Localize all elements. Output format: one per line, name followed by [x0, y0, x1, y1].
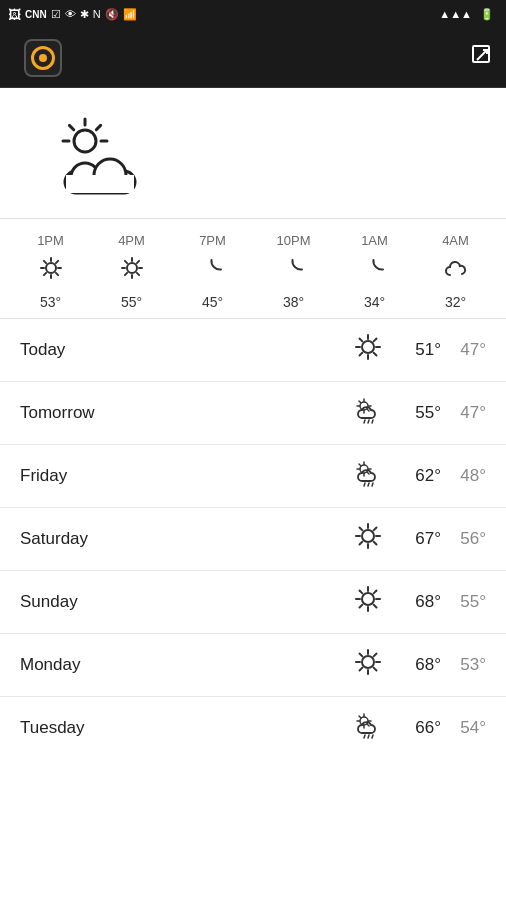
hourly-weather-icon	[201, 256, 225, 286]
svg-line-66	[360, 542, 363, 545]
svg-line-90	[359, 716, 361, 718]
svg-line-56	[368, 483, 369, 486]
svg-line-53	[359, 464, 361, 466]
svg-line-63	[360, 528, 363, 531]
svg-line-82	[374, 668, 377, 671]
daily-section: Today 51° 47° Tomorrow	[0, 319, 506, 759]
sun-icon	[354, 585, 382, 613]
hourly-section: 1PM4PM7PM10PM1AM4AM	[0, 219, 506, 319]
hourly-temp-item: 34°	[345, 294, 405, 310]
daily-high-temp: 51°	[396, 340, 441, 360]
daily-day-label: Friday	[20, 466, 354, 486]
hourly-time-item: 4PM	[102, 233, 162, 252]
svg-line-44	[367, 409, 369, 411]
hourly-weather-icon	[39, 256, 63, 286]
svg-line-57	[372, 483, 373, 486]
sun-icon	[39, 256, 63, 280]
hourly-temp-item: 53°	[21, 294, 81, 310]
svg-line-54	[367, 472, 369, 474]
moon-icon	[201, 256, 225, 280]
hourly-temp-value: 38°	[283, 294, 304, 310]
daily-day-label: Saturday	[20, 529, 354, 549]
svg-line-36	[374, 339, 377, 342]
status-bar: 🖼 CNN ☑ 👁 ✱ N 🔇 📶 ▲▲▲ 🔋	[0, 0, 506, 28]
hourly-temps-row: 53°55°45°38°34°32°	[0, 292, 506, 312]
svg-line-73	[374, 605, 377, 608]
header-left	[12, 39, 74, 77]
hourly-time-label: 10PM	[277, 233, 311, 248]
current-temp-block	[476, 155, 486, 161]
rainy-sun-icon	[354, 459, 382, 487]
hourly-temp-value: 55°	[121, 294, 142, 310]
daily-high-temp: 67°	[396, 529, 441, 549]
svg-point-67	[362, 593, 374, 605]
daily-high-temp: 62°	[396, 466, 441, 486]
svg-line-19	[43, 273, 45, 275]
hourly-icon-item	[264, 256, 324, 290]
check-icon: ☑	[51, 8, 61, 21]
nfc-icon: N	[93, 8, 101, 20]
svg-line-94	[372, 735, 373, 738]
hourly-time-label: 1AM	[361, 233, 388, 248]
svg-line-45	[364, 420, 365, 423]
svg-point-6	[74, 130, 96, 152]
svg-point-58	[362, 530, 374, 542]
svg-line-83	[374, 654, 377, 657]
image-icon: 🖼	[8, 7, 21, 22]
hourly-time-label: 7PM	[199, 233, 226, 248]
rainy-sun-icon	[354, 396, 382, 424]
svg-line-65	[374, 528, 377, 531]
svg-line-35	[374, 353, 377, 356]
current-weather-icon	[20, 108, 180, 208]
app-header	[0, 28, 506, 88]
hourly-temp-value: 34°	[364, 294, 385, 310]
moon-icon	[282, 256, 306, 280]
daily-low-temp: 54°	[441, 718, 486, 738]
svg-line-46	[368, 420, 369, 423]
hourly-icon-item	[345, 256, 405, 290]
hourly-temp-value: 53°	[40, 294, 61, 310]
svg-line-27	[136, 261, 138, 263]
daily-forecast-row: Tomorrow 55° 47°	[0, 382, 506, 445]
daily-day-label: Tomorrow	[20, 403, 354, 423]
svg-line-55	[364, 483, 365, 486]
hourly-temp-value: 32°	[445, 294, 466, 310]
svg-line-91	[367, 724, 369, 726]
svg-line-2	[96, 125, 100, 129]
edit-button[interactable]	[470, 43, 494, 72]
partly-cloudy-icon	[30, 111, 170, 206]
app-icon-ring	[31, 46, 55, 70]
daily-high-temp: 68°	[396, 655, 441, 675]
hourly-time-item: 4AM	[426, 233, 486, 252]
svg-line-25	[124, 261, 126, 263]
svg-line-43	[359, 401, 361, 403]
daily-weather-icon	[354, 333, 382, 367]
bluetooth-icon: ✱	[80, 8, 89, 21]
sun-icon	[120, 256, 144, 280]
svg-line-28	[124, 273, 126, 275]
daily-day-label: Monday	[20, 655, 354, 675]
svg-line-16	[43, 261, 45, 263]
svg-line-47	[372, 420, 373, 423]
hourly-icons-row	[0, 254, 506, 292]
daily-weather-icon	[354, 648, 382, 682]
svg-line-75	[360, 605, 363, 608]
svg-line-74	[374, 591, 377, 594]
eye-icon: 👁	[65, 8, 76, 20]
hourly-times-row: 1PM4PM7PM10PM1AM4AM	[0, 231, 506, 254]
daily-day-label: Today	[20, 340, 354, 360]
daily-weather-icon	[354, 459, 382, 493]
daily-weather-icon	[354, 711, 382, 745]
hourly-time-label: 1PM	[37, 233, 64, 248]
svg-line-93	[368, 735, 369, 738]
sun-icon	[354, 648, 382, 676]
hourly-time-label: 4AM	[442, 233, 469, 248]
daily-forecast-row: Saturday 67° 56°	[0, 508, 506, 571]
hourly-weather-icon	[363, 256, 387, 286]
daily-weather-icon	[354, 585, 382, 619]
hourly-time-label: 4PM	[118, 233, 145, 248]
hourly-time-item: 1AM	[345, 233, 405, 252]
svg-line-18	[55, 261, 57, 263]
daily-high-temp: 68°	[396, 592, 441, 612]
svg-line-4	[69, 125, 73, 129]
